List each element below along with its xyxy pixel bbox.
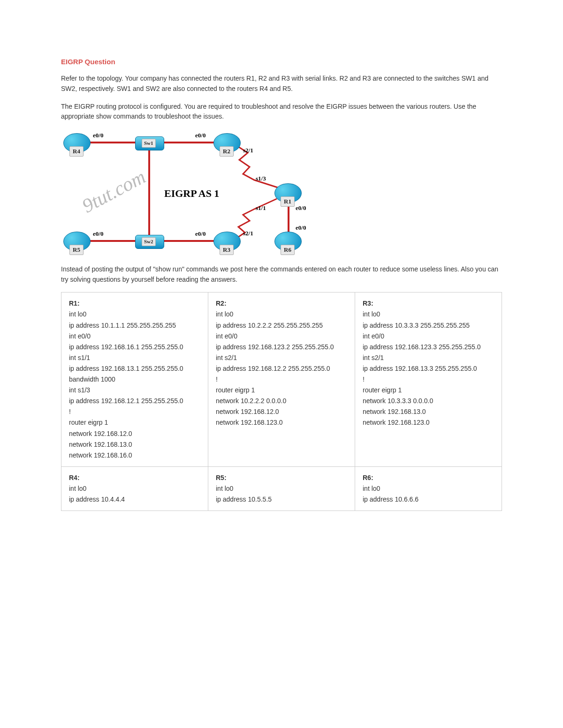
switch-sw1-label: Sw1: [142, 139, 156, 148]
router-r2-label: R2: [220, 146, 234, 157]
iface-r2-e00: e0/0: [195, 131, 205, 140]
iface-r6-e00: e0/0: [296, 223, 306, 233]
config-r6-lines: int lo0ip address 10.6.6.6: [363, 483, 494, 505]
config-r5-lines: int lo0ip address 10.5.5.5: [216, 483, 347, 505]
config-r2-lines: int lo0ip address 10.2.2.2 255.255.255.2…: [216, 309, 347, 428]
config-r3-name: R3:: [363, 300, 373, 307]
watermark: 9tut.com: [76, 162, 151, 221]
config-cell-r3: R3: int lo0ip address 10.3.3.3 255.255.2…: [355, 293, 502, 466]
iface-r3-e00: e0/0: [195, 229, 205, 239]
iface-r1-s11: s1/1: [256, 203, 266, 213]
iface-r1-e00: e0/0: [296, 203, 306, 213]
paragraph-2: The EIGRP routing protocol is configured…: [61, 102, 502, 122]
topology-diagram: 9tut.com EIGRP AS 1 R4 e0/0 Sw1 e0/0 R2 …: [61, 129, 314, 256]
config-table: R1: int lo0ip address 10.1.1.1 255.255.2…: [61, 292, 502, 511]
router-r4-label: R4: [69, 146, 84, 157]
config-r4-name: R4:: [69, 474, 80, 481]
iface-r1-s13: s1/3: [256, 174, 266, 183]
router-r6-label: R6: [281, 245, 295, 255]
config-r1-lines: int lo0ip address 10.1.1.1 255.255.255.2…: [69, 309, 200, 460]
paragraph-1: Refer to the topology. Your company has …: [61, 74, 502, 94]
as-label: EIGRP AS 1: [164, 186, 219, 202]
config-r6-name: R6:: [363, 474, 373, 481]
config-cell-r6: R6: int lo0ip address 10.6.6.6: [355, 466, 502, 510]
iface-r4-e00: e0/0: [93, 131, 103, 140]
router-r1-label: R1: [281, 196, 295, 207]
paragraph-3: Instead of posting the output of "show r…: [61, 264, 502, 285]
config-cell-r5: R5: int lo0ip address 10.5.5.5: [208, 466, 355, 510]
switch-sw2-label: Sw2: [142, 237, 156, 246]
config-r1-name: R1:: [69, 300, 80, 307]
config-r2-name: R2:: [216, 300, 227, 307]
router-r5-label: R5: [69, 245, 84, 255]
config-cell-r1: R1: int lo0ip address 10.1.1.1 255.255.2…: [61, 293, 208, 466]
config-r4-lines: int lo0ip address 10.4.4.4: [69, 483, 200, 505]
iface-r2-s21: s2/1: [243, 146, 253, 155]
config-cell-r4: R4: int lo0ip address 10.4.4.4: [61, 466, 208, 510]
page-title: EIGRP Question: [61, 56, 502, 67]
iface-r3-s21: s2/1: [243, 229, 253, 238]
config-r3-lines: int lo0ip address 10.3.3.3 255.255.255.2…: [363, 309, 494, 428]
router-r3-label: R3: [220, 245, 234, 255]
config-cell-r2: R2: int lo0ip address 10.2.2.2 255.255.2…: [208, 293, 355, 466]
iface-r5-e00: e0/0: [93, 229, 103, 239]
config-r5-name: R5:: [216, 474, 227, 481]
